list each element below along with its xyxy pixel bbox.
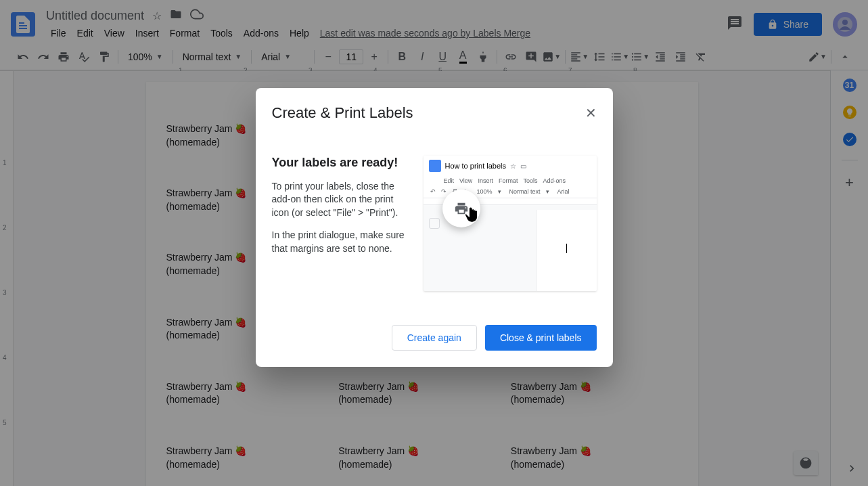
mini-star-icon: ☆: [510, 162, 516, 170]
dialog-paragraph: In the print dialogue, make sure that ma…: [272, 229, 410, 255]
close-button[interactable]: ✕: [585, 105, 597, 121]
close-print-button[interactable]: Close & print labels: [485, 325, 597, 351]
create-again-button[interactable]: Create again: [392, 325, 477, 351]
dialog-heading: Your labels are ready!: [272, 156, 410, 171]
mini-title: How to print labels: [445, 162, 507, 170]
pointer-hand-icon: [461, 204, 482, 229]
dialog-title: Create & Print Labels: [272, 104, 413, 122]
dialog: Create & Print Labels ✕ Your labels are …: [256, 88, 613, 367]
mini-move-icon: ▭: [520, 162, 526, 170]
dialog-paragraph: To print your labels, close the add-on t…: [272, 180, 410, 220]
dialog-illustration: How to print labels ☆ ▭ EditViewInsertFo…: [424, 156, 597, 291]
mini-outline-icon: [429, 218, 440, 229]
mini-docs-logo: [429, 160, 441, 172]
